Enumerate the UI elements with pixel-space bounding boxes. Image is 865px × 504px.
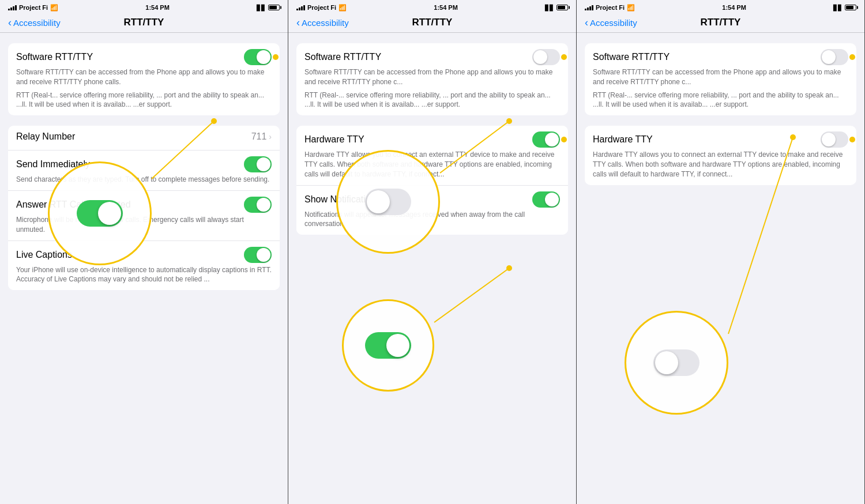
status-bar-2: Project Fi 📶 1:54 PM ▊▊ (288, 0, 576, 14)
relay-value-1[interactable]: 711 › (251, 131, 272, 142)
zoom-circle-3 (625, 311, 728, 415)
signal-bar (15, 5, 17, 10)
zoom-toggle-knob-1 (98, 202, 121, 225)
software-rtt-top-1: Software RTT/TTY (16, 49, 272, 65)
back-button-3[interactable]: ‹ Accessibility (585, 17, 637, 28)
status-bar-3: Project Fi 📶 1:54 PM ▊▊ (577, 0, 864, 14)
hardware-tty-toggle-2[interactable] (532, 131, 560, 148)
software-rtt-row-2: Software RTT/TTY Software RTT/TTY can be… (296, 43, 568, 115)
show-notif-toggle-2[interactable] (532, 191, 560, 208)
status-right-3: ▊▊ (833, 5, 856, 11)
hardware-tty-desc-3: Hardware TTY allows you to connect an ex… (593, 150, 848, 179)
settings-group-software-3: Software RTT/TTY Software RTT/TTY can be… (585, 43, 856, 115)
relay-top-1: Relay Number 711 › (16, 131, 272, 142)
zoom-toggle-3 (653, 349, 699, 376)
zoom-toggle-2-bottom (365, 332, 411, 359)
back-button-2[interactable]: ‹ Accessibility (296, 17, 349, 28)
answer-muted-toggle-1[interactable] (244, 197, 272, 213)
back-button-1[interactable]: ‹ Accessibility (8, 17, 61, 28)
hardware-tty-toggle-3[interactable] (821, 131, 848, 148)
toggle-knob-muted-1 (257, 198, 270, 212)
battery-icon-2 (556, 5, 568, 10)
nav-bar-3: ‹ Accessibility RTT/TTY (577, 14, 864, 33)
yellow-dot-3 (849, 54, 855, 60)
software-rtt-toggle-2[interactable] (532, 49, 560, 65)
software-rtt-desc1-3: Software RTT/TTY can be accessed from th… (593, 67, 848, 87)
signal-bar (296, 9, 298, 10)
software-rtt-desc2-1: RTT (Real-t... service offering more rel… (16, 91, 272, 110)
toggle-knob-3 (822, 50, 836, 64)
chevron-right-icon-1: › (269, 132, 272, 141)
send-immediately-row-1: Send Immediately Send characters as they… (8, 151, 280, 191)
phone-panel-1: Project Fi 📶 1:54 PM ▊▊ ‹ Accessibility … (0, 0, 288, 504)
relay-number-1: 711 (251, 131, 267, 142)
live-captions-desc-1: Your iPhone will use on-device intellige… (16, 265, 272, 285)
chevron-left-icon-2: ‹ (296, 17, 300, 28)
svg-line-4 (434, 268, 509, 322)
wifi-icon-1: 📶 (50, 4, 58, 12)
phone-panel-3: Project Fi 📶 1:54 PM ▊▊ ‹ Accessibility … (577, 0, 865, 504)
status-left-1: Project Fi 📶 (8, 4, 58, 12)
signal-bars-1 (8, 5, 17, 10)
software-rtt-desc1-1: Software RTT/TTY can be accessed from th… (16, 67, 272, 87)
software-rtt-top-2: Software RTT/TTY (304, 49, 560, 65)
yellow-dot-hw-3 (849, 137, 855, 142)
toggle-knob-captions-1 (257, 248, 270, 262)
relay-number-row-1: Relay Number 711 › (8, 126, 280, 151)
signal-bar (13, 6, 14, 10)
zoom-circle-1 (48, 161, 152, 265)
software-rtt-label-2: Software RTT/TTY (304, 52, 381, 62)
zoom-toggle-knob-2-top (367, 190, 390, 213)
nav-bar-2: ‹ Accessibility RTT/TTY (288, 14, 576, 33)
zoom-toggle-1 (77, 200, 123, 227)
signal-bar (585, 9, 586, 10)
signal-bar (301, 6, 303, 10)
zoom-circle-2-top (336, 150, 440, 254)
software-rtt-label-1: Software RTT/TTY (16, 52, 93, 62)
software-rtt-toggle-1[interactable] (244, 49, 272, 65)
hardware-tty-label-3: Hardware TTY (593, 134, 653, 145)
live-captions-toggle-1[interactable] (244, 247, 272, 263)
software-rtt-toggle-3[interactable] (821, 49, 848, 65)
inner-scroll-1: Software RTT/TTY Software RTT/TTY can be… (0, 33, 288, 290)
back-label-3: Accessibility (590, 18, 637, 28)
software-rtt-row-1: Software RTT/TTY Software RTT/TTY can be… (8, 43, 280, 115)
zoom-circle-2-bottom (342, 299, 434, 392)
settings-group-hw-3: Hardware TTY Hardware TTY allows you to … (585, 126, 856, 185)
send-immediately-desc-1: Send characters as they are typed. Turn … (16, 175, 272, 185)
carrier-3: Project Fi (596, 4, 625, 11)
inner-scroll-3: Software RTT/TTY Software RTT/TTY can be… (577, 33, 864, 185)
software-rtt-desc2-2: RTT (Real-... service offering more reli… (304, 91, 560, 110)
software-rtt-desc1-2: Software RTT/TTY can be accessed from th… (304, 67, 560, 87)
toggle-annotation-2 (532, 49, 560, 65)
carrier-1: Project Fi (19, 4, 48, 11)
page-title-1: RTT/TTY (124, 17, 164, 28)
battery-icon-1 (268, 5, 280, 10)
software-rtt-row-3: Software RTT/TTY Software RTT/TTY can be… (585, 43, 856, 115)
signal-bars-2 (296, 5, 305, 10)
zoom-toggle-knob-3 (655, 351, 678, 374)
toggle-annotation-hw-2 (532, 131, 560, 148)
toggle-knob-2 (533, 50, 547, 64)
signal-bar (10, 7, 12, 10)
carrier-2: Project Fi (307, 4, 336, 11)
signal-bar (8, 9, 10, 10)
toggle-annotation-3 (821, 49, 848, 65)
panel-content-2: Software RTT/TTY Software RTT/TTY can be… (288, 33, 576, 504)
send-immediately-toggle-1[interactable] (244, 156, 272, 172)
status-right-1: ▊▊ (257, 5, 280, 11)
page-title-3: RTT/TTY (701, 17, 741, 28)
status-left-2: Project Fi 📶 (296, 4, 347, 12)
toggle-knob-hw-2 (545, 133, 559, 146)
signal-icon-2: ▊▊ (545, 5, 554, 11)
svg-point-5 (506, 265, 512, 271)
chevron-left-icon-3: ‹ (585, 17, 588, 28)
software-rtt-label-3: Software RTT/TTY (593, 52, 670, 62)
status-bar-1: Project Fi 📶 1:54 PM ▊▊ (0, 0, 288, 14)
time-3: 1:54 PM (722, 4, 746, 11)
yellow-dot-hw-2 (561, 137, 567, 142)
phone-panel-2: Project Fi 📶 1:54 PM ▊▊ ‹ Accessibility … (288, 0, 577, 504)
chevron-left-icon-1: ‹ (8, 17, 12, 28)
signal-bar (303, 5, 305, 10)
back-label-1: Accessibility (13, 18, 61, 28)
